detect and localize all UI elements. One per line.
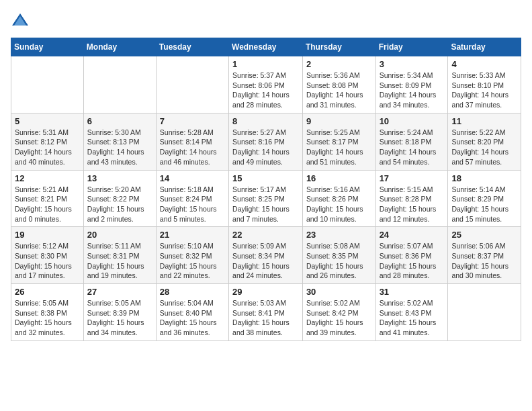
day-info: Sunrise: 5:21 AMSunset: 8:21 PMDaylight:… <box>15 185 80 224</box>
day-number: 5 <box>15 116 80 126</box>
calendar-cell: 3Sunrise: 5:34 AMSunset: 8:09 PMDaylight… <box>375 56 448 113</box>
day-info: Sunrise: 5:10 AMSunset: 8:32 PMDaylight:… <box>160 241 225 281</box>
calendar-cell: 28Sunrise: 5:04 AMSunset: 8:40 PMDayligh… <box>156 284 228 341</box>
day-info: Sunrise: 5:36 AMSunset: 8:08 PMDaylight:… <box>306 71 372 110</box>
calendar-cell: 13Sunrise: 5:20 AMSunset: 8:22 PMDayligh… <box>83 170 156 227</box>
calendar-cell: 25Sunrise: 5:06 AMSunset: 8:37 PMDayligh… <box>448 227 521 284</box>
weekday-header: Monday <box>83 38 156 56</box>
calendar-cell: 16Sunrise: 5:16 AMSunset: 8:26 PMDayligh… <box>302 170 375 227</box>
day-number: 11 <box>451 116 517 126</box>
day-number: 20 <box>87 230 152 240</box>
day-info: Sunrise: 5:33 AMSunset: 8:10 PMDaylight:… <box>451 71 517 110</box>
day-number: 14 <box>160 173 225 183</box>
day-info: Sunrise: 5:12 AMSunset: 8:30 PMDaylight:… <box>15 241 80 281</box>
weekday-header: Thursday <box>302 38 375 56</box>
day-number: 3 <box>380 59 445 69</box>
day-info: Sunrise: 5:27 AMSunset: 8:16 PMDaylight:… <box>232 128 299 167</box>
logo <box>11 11 32 30</box>
day-number: 9 <box>306 116 372 126</box>
day-number: 28 <box>160 287 225 297</box>
day-number: 19 <box>15 230 80 240</box>
calendar-cell: 20Sunrise: 5:11 AMSunset: 8:31 PMDayligh… <box>83 227 156 284</box>
calendar-cell: 22Sunrise: 5:09 AMSunset: 8:34 PMDayligh… <box>229 227 303 284</box>
day-number: 16 <box>306 173 372 183</box>
calendar-cell: 19Sunrise: 5:12 AMSunset: 8:30 PMDayligh… <box>11 227 84 284</box>
calendar-cell: 18Sunrise: 5:14 AMSunset: 8:29 PMDayligh… <box>448 170 521 227</box>
day-number: 12 <box>15 173 80 183</box>
calendar-cell: 12Sunrise: 5:21 AMSunset: 8:21 PMDayligh… <box>11 170 84 227</box>
day-info: Sunrise: 5:17 AMSunset: 8:25 PMDaylight:… <box>232 185 299 224</box>
day-info: Sunrise: 5:09 AMSunset: 8:34 PMDaylight:… <box>232 241 299 281</box>
calendar-cell: 24Sunrise: 5:07 AMSunset: 8:36 PMDayligh… <box>375 227 448 284</box>
calendar-header-row: SundayMondayTuesdayWednesdayThursdayFrid… <box>11 38 521 56</box>
day-number: 7 <box>160 116 225 126</box>
day-number: 26 <box>15 287 80 297</box>
day-info: Sunrise: 5:02 AMSunset: 8:43 PMDaylight:… <box>380 298 445 338</box>
calendar-week-row: 12Sunrise: 5:21 AMSunset: 8:21 PMDayligh… <box>11 170 521 227</box>
day-number: 8 <box>232 116 299 126</box>
day-info: Sunrise: 5:14 AMSunset: 8:29 PMDaylight:… <box>451 185 517 224</box>
logo-icon <box>11 11 30 30</box>
calendar-cell: 26Sunrise: 5:05 AMSunset: 8:38 PMDayligh… <box>11 284 84 341</box>
calendar-cell: 10Sunrise: 5:24 AMSunset: 8:18 PMDayligh… <box>375 113 448 170</box>
day-info: Sunrise: 5:15 AMSunset: 8:28 PMDaylight:… <box>380 185 445 224</box>
day-number: 18 <box>451 173 517 183</box>
day-info: Sunrise: 5:34 AMSunset: 8:09 PMDaylight:… <box>380 71 445 110</box>
day-number: 13 <box>87 173 152 183</box>
day-number: 29 <box>232 287 299 297</box>
calendar-cell: 14Sunrise: 5:18 AMSunset: 8:24 PMDayligh… <box>156 170 228 227</box>
calendar-cell <box>11 56 84 113</box>
day-info: Sunrise: 5:28 AMSunset: 8:14 PMDaylight:… <box>160 128 225 167</box>
day-info: Sunrise: 5:24 AMSunset: 8:18 PMDaylight:… <box>380 128 445 167</box>
day-info: Sunrise: 5:05 AMSunset: 8:38 PMDaylight:… <box>15 298 80 338</box>
day-info: Sunrise: 5:16 AMSunset: 8:26 PMDaylight:… <box>306 185 372 224</box>
day-info: Sunrise: 5:02 AMSunset: 8:42 PMDaylight:… <box>306 298 372 338</box>
calendar-week-row: 19Sunrise: 5:12 AMSunset: 8:30 PMDayligh… <box>11 227 521 284</box>
day-number: 24 <box>380 230 445 240</box>
calendar-cell: 5Sunrise: 5:31 AMSunset: 8:12 PMDaylight… <box>11 113 84 170</box>
day-info: Sunrise: 5:03 AMSunset: 8:41 PMDaylight:… <box>232 298 299 338</box>
weekday-header: Tuesday <box>156 38 228 56</box>
day-info: Sunrise: 5:05 AMSunset: 8:39 PMDaylight:… <box>87 298 152 338</box>
day-number: 21 <box>160 230 225 240</box>
calendar-table: SundayMondayTuesdayWednesdayThursdayFrid… <box>11 38 521 341</box>
day-number: 23 <box>306 230 372 240</box>
weekday-header: Sunday <box>11 38 84 56</box>
calendar-cell: 21Sunrise: 5:10 AMSunset: 8:32 PMDayligh… <box>156 227 228 284</box>
day-number: 6 <box>87 116 152 126</box>
calendar-cell: 31Sunrise: 5:02 AMSunset: 8:43 PMDayligh… <box>375 284 448 341</box>
calendar-cell <box>156 56 228 113</box>
calendar-cell: 23Sunrise: 5:08 AMSunset: 8:35 PMDayligh… <box>302 227 375 284</box>
day-number: 31 <box>380 287 445 297</box>
day-info: Sunrise: 5:22 AMSunset: 8:20 PMDaylight:… <box>451 128 517 167</box>
day-info: Sunrise: 5:06 AMSunset: 8:37 PMDaylight:… <box>451 241 517 281</box>
page-header <box>11 11 521 30</box>
day-info: Sunrise: 5:20 AMSunset: 8:22 PMDaylight:… <box>87 185 152 224</box>
day-info: Sunrise: 5:18 AMSunset: 8:24 PMDaylight:… <box>160 185 225 224</box>
day-info: Sunrise: 5:37 AMSunset: 8:06 PMDaylight:… <box>232 71 299 110</box>
calendar-cell: 2Sunrise: 5:36 AMSunset: 8:08 PMDaylight… <box>302 56 375 113</box>
day-info: Sunrise: 5:08 AMSunset: 8:35 PMDaylight:… <box>306 241 372 281</box>
calendar-cell <box>83 56 156 113</box>
calendar-cell: 1Sunrise: 5:37 AMSunset: 8:06 PMDaylight… <box>229 56 303 113</box>
calendar-cell: 17Sunrise: 5:15 AMSunset: 8:28 PMDayligh… <box>375 170 448 227</box>
calendar-week-row: 1Sunrise: 5:37 AMSunset: 8:06 PMDaylight… <box>11 56 521 113</box>
calendar-cell: 4Sunrise: 5:33 AMSunset: 8:10 PMDaylight… <box>448 56 521 113</box>
weekday-header: Wednesday <box>229 38 303 56</box>
day-info: Sunrise: 5:04 AMSunset: 8:40 PMDaylight:… <box>160 298 225 338</box>
day-number: 27 <box>87 287 152 297</box>
calendar-cell: 9Sunrise: 5:25 AMSunset: 8:17 PMDaylight… <box>302 113 375 170</box>
day-info: Sunrise: 5:11 AMSunset: 8:31 PMDaylight:… <box>87 241 152 281</box>
calendar-week-row: 26Sunrise: 5:05 AMSunset: 8:38 PMDayligh… <box>11 284 521 341</box>
day-info: Sunrise: 5:30 AMSunset: 8:13 PMDaylight:… <box>87 128 152 167</box>
day-number: 2 <box>306 59 372 69</box>
day-info: Sunrise: 5:25 AMSunset: 8:17 PMDaylight:… <box>306 128 372 167</box>
day-number: 10 <box>380 116 445 126</box>
calendar-cell: 6Sunrise: 5:30 AMSunset: 8:13 PMDaylight… <box>83 113 156 170</box>
day-number: 22 <box>232 230 299 240</box>
weekday-header: Saturday <box>448 38 521 56</box>
day-info: Sunrise: 5:31 AMSunset: 8:12 PMDaylight:… <box>15 128 80 167</box>
day-info: Sunrise: 5:07 AMSunset: 8:36 PMDaylight:… <box>380 241 445 281</box>
day-number: 17 <box>380 173 445 183</box>
day-number: 1 <box>232 59 299 69</box>
